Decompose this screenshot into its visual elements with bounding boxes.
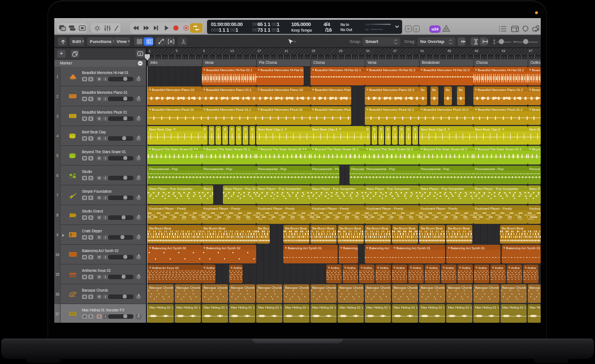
svg-text:s: s <box>415 27 417 31</box>
